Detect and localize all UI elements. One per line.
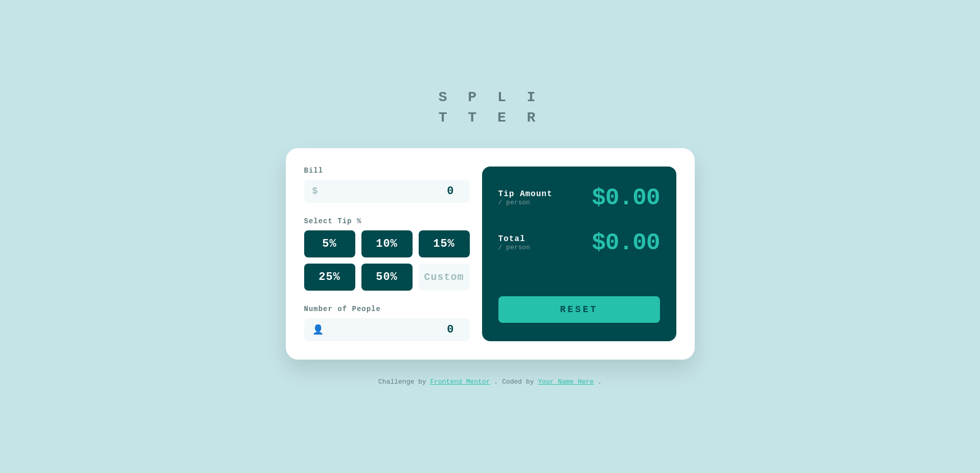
people-section: Number of People 👤: [304, 305, 470, 341]
people-input-wrapper: 👤: [304, 318, 470, 341]
tip-btn-custom[interactable]: Custom: [419, 264, 470, 291]
bill-input-wrapper: $: [304, 180, 470, 203]
tip-btn-10[interactable]: 10%: [361, 230, 413, 257]
dollar-icon: $: [312, 186, 318, 196]
footer-text: Challenge by: [378, 378, 430, 386]
total-row: Total / person $0.00: [498, 230, 660, 256]
tip-grid: 5% 10% 15% 25% 50% Custom: [304, 230, 470, 291]
footer-text3: .: [598, 378, 602, 386]
tip-btn-25[interactable]: 25%: [304, 264, 355, 291]
tip-amount-label: Tip Amount / person: [498, 190, 553, 206]
people-label: Number of People: [304, 305, 470, 313]
main-card: Bill $ Select Tip % 5% 10% 15% 25% 50% C…: [286, 148, 695, 360]
bill-input[interactable]: [317, 185, 461, 198]
tip-amount-value: $0.00: [591, 185, 659, 211]
right-panel: Tip Amount / person $0.00 Total / person…: [482, 167, 676, 341]
footer-text2: . Coded by: [494, 378, 538, 386]
frontend-mentor-link[interactable]: Frontend Mentor: [430, 378, 490, 386]
result-rows: Tip Amount / person $0.00 Total / person…: [498, 185, 660, 256]
total-sub: / person: [498, 244, 530, 251]
total-label: Total / person: [498, 234, 530, 251]
person-icon: 👤: [312, 324, 324, 335]
bill-label: Bill: [304, 167, 470, 175]
your-name-link[interactable]: Your Name Here: [538, 378, 594, 386]
footer: Challenge by Frontend Mentor . Coded by …: [378, 378, 602, 386]
tip-btn-50[interactable]: 50%: [361, 264, 413, 291]
left-panel: Bill $ Select Tip % 5% 10% 15% 25% 50% C…: [304, 167, 470, 341]
title-line1: S P L I: [439, 87, 542, 107]
tip-btn-15[interactable]: 15%: [419, 230, 470, 257]
tip-amount-sub: / person: [498, 199, 553, 206]
reset-button[interactable]: RESET: [498, 296, 660, 323]
title-line2: T T E R: [439, 108, 542, 128]
app-title: S P L I T T E R: [439, 87, 542, 127]
total-main: Total: [498, 234, 530, 244]
people-input[interactable]: [324, 323, 462, 336]
bill-section: Bill $: [304, 167, 470, 203]
tip-section: Select Tip % 5% 10% 15% 25% 50% Custom: [304, 217, 470, 291]
total-value: $0.00: [591, 230, 659, 256]
tip-amount-main: Tip Amount: [498, 190, 553, 199]
tip-label: Select Tip %: [304, 217, 470, 225]
tip-amount-row: Tip Amount / person $0.00: [498, 185, 660, 211]
tip-btn-5[interactable]: 5%: [304, 230, 355, 257]
